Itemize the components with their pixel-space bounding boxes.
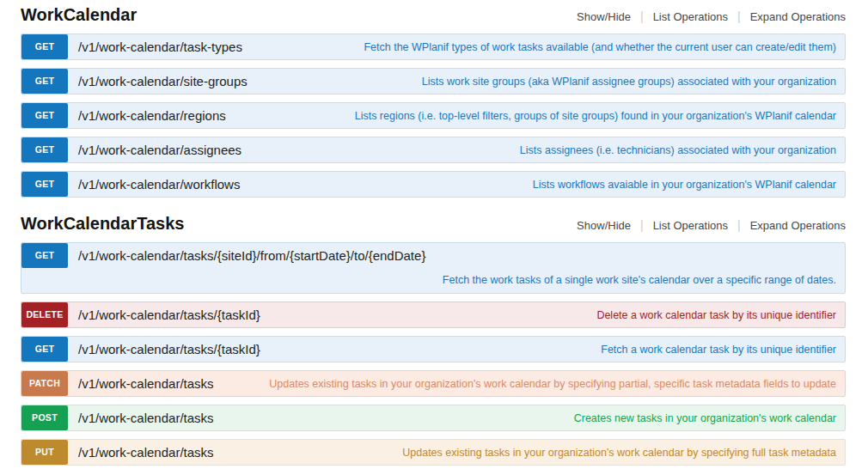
http-method-badge: GET xyxy=(21,243,68,268)
section-title[interactable]: WorkCalendarTasks xyxy=(21,214,184,234)
endpoint-path[interactable]: /v1/work-calendar/site-groups xyxy=(78,74,248,88)
endpoint-path[interactable]: /v1/work-calendar/task-types xyxy=(78,40,242,54)
operation-row[interactable]: GET /v1/work-calendar/workflows Lists wo… xyxy=(21,171,846,198)
api-resource-section: WorkCalendarTasks Show/Hide | List Opera… xyxy=(21,214,846,466)
http-method-badge: GET xyxy=(21,337,68,362)
endpoint-path[interactable]: /v1/work-calendar/tasks xyxy=(78,411,214,425)
list-operations-link[interactable]: List Operations xyxy=(653,219,728,232)
api-docs-page: WorkCalendar Show/Hide | List Operations… xyxy=(0,0,868,466)
http-method-badge: POST xyxy=(21,405,68,430)
endpoint-path[interactable]: /v1/work-calendar/tasks xyxy=(78,445,214,460)
endpoint-path[interactable]: /v1/work-calendar/workflows xyxy=(78,177,240,192)
endpoint-path[interactable]: /v1/work-calendar/assignees xyxy=(78,143,241,157)
section-header: WorkCalendarTasks Show/Hide | List Opera… xyxy=(21,214,846,234)
operation-summary: Fetch the work tasks of a single work si… xyxy=(21,268,845,293)
operation-row[interactable]: GET /v1/work-calendar/task-types Fetch t… xyxy=(21,34,846,60)
operations-list: GET /v1/work-calendar/tasks/{siteId}/fro… xyxy=(21,242,846,466)
show-hide-link[interactable]: Show/Hide xyxy=(577,219,631,232)
toolbar-separator: | xyxy=(640,9,644,23)
section-title[interactable]: WorkCalendar xyxy=(21,5,137,25)
http-method-badge: PATCH xyxy=(21,371,68,396)
show-hide-link[interactable]: Show/Hide xyxy=(577,10,631,23)
operation-summary: Fetch the WPlanif types of work tasks av… xyxy=(350,41,845,53)
api-resource-section: WorkCalendar Show/Hide | List Operations… xyxy=(21,5,846,198)
operation-row[interactable]: DELETE /v1/work-calendar/tasks/{taskId} … xyxy=(21,302,846,328)
list-operations-link[interactable]: List Operations xyxy=(653,10,728,23)
operation-summary: Creates new tasks in your organization's… xyxy=(560,412,845,424)
section-header: WorkCalendar Show/Hide | List Operations… xyxy=(21,5,846,25)
http-method-badge: GET xyxy=(21,34,68,59)
http-method-badge: GET xyxy=(21,69,68,94)
operation-summary: Lists work site groups (aka WPlanif assi… xyxy=(408,76,845,88)
operation-row[interactable]: GET /v1/work-calendar/tasks/{siteId}/fro… xyxy=(21,242,846,294)
operation-summary: Updates existing tasks in your organizat… xyxy=(255,378,845,390)
endpoint-path[interactable]: /v1/work-calendar/tasks xyxy=(78,376,214,391)
operation-summary: Fetch a work calendar task by its unique… xyxy=(587,344,845,356)
section-toolbar: Show/Hide | List Operations | Expand Ope… xyxy=(577,9,846,23)
operation-row[interactable]: PATCH /v1/work-calendar/tasks Updates ex… xyxy=(21,370,846,397)
endpoint-path[interactable]: /v1/work-calendar/tasks/{taskId} xyxy=(78,308,260,322)
operation-row[interactable]: PUT /v1/work-calendar/tasks Updates exis… xyxy=(21,439,846,466)
operation-row[interactable]: GET /v1/work-calendar/site-groups Lists … xyxy=(21,68,846,94)
operations-list: GET /v1/work-calendar/task-types Fetch t… xyxy=(21,34,846,198)
expand-operations-link[interactable]: Expand Operations xyxy=(750,10,846,23)
toolbar-separator: | xyxy=(737,218,741,232)
http-method-badge: GET xyxy=(21,103,68,128)
operation-summary: Updates existing tasks in your organizat… xyxy=(388,447,845,459)
section-toolbar: Show/Hide | List Operations | Expand Ope… xyxy=(577,218,846,232)
operation-row[interactable]: POST /v1/work-calendar/tasks Creates new… xyxy=(21,405,846,431)
operation-row[interactable]: GET /v1/work-calendar/assignees Lists as… xyxy=(21,137,846,163)
operation-summary: Lists assignees (i.e. technicians) assoc… xyxy=(506,144,845,156)
http-method-badge: PUT xyxy=(21,440,68,465)
endpoint-path[interactable]: /v1/work-calendar/tasks/{siteId}/from/{s… xyxy=(78,248,425,263)
toolbar-separator: | xyxy=(640,218,644,232)
operation-row[interactable]: GET /v1/work-calendar/regions Lists regi… xyxy=(21,102,846,129)
expand-operations-link[interactable]: Expand Operations xyxy=(750,219,846,232)
http-method-badge: DELETE xyxy=(21,302,68,327)
toolbar-separator: | xyxy=(737,9,741,23)
api-sections: WorkCalendar Show/Hide | List Operations… xyxy=(21,5,846,466)
operation-summary: Lists regions (i.e. top-level filters, g… xyxy=(341,110,845,122)
operation-summary: Delete a work calendar task by its uniqu… xyxy=(583,309,845,321)
endpoint-path[interactable]: /v1/work-calendar/regions xyxy=(78,108,226,123)
http-method-badge: GET xyxy=(21,137,68,162)
endpoint-path[interactable]: /v1/work-calendar/tasks/{taskId} xyxy=(78,342,260,356)
operation-row[interactable]: GET /v1/work-calendar/tasks/{taskId} Fet… xyxy=(21,336,846,362)
operation-summary: Lists workflows avaiable in your organiz… xyxy=(519,179,845,191)
http-method-badge: GET xyxy=(21,172,68,197)
